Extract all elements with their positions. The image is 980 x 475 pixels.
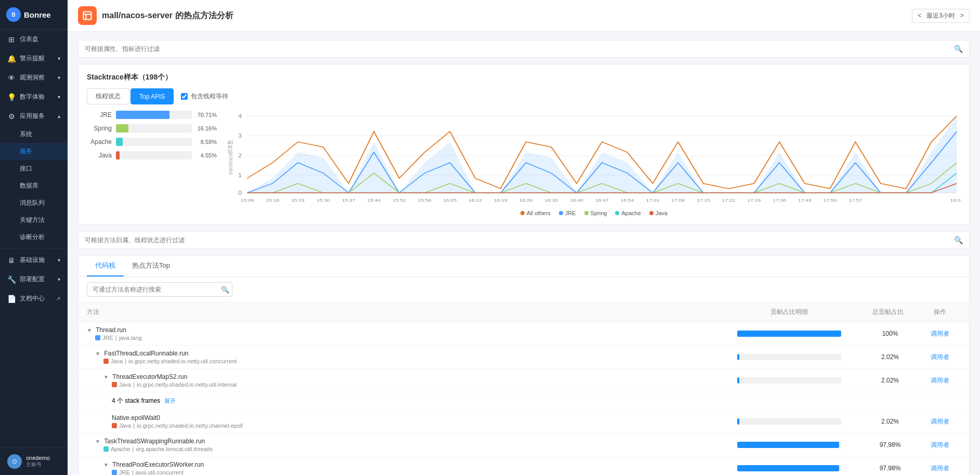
sidebar-item-observation[interactable]: 👁 观测洞察 ▾ (0, 68, 68, 87)
legend-label-java: Java (656, 210, 668, 216)
method-filter-bar[interactable]: 🔍 (78, 231, 970, 249)
avatar: O (7, 454, 22, 469)
pkg-label: JRE (102, 335, 113, 341)
method-name: Thread.run (96, 326, 126, 334)
sidebar-item-label: 系统 (20, 130, 32, 138)
sidebar-item-deploy[interactable]: 🔧 部署配置 ▾ (0, 270, 68, 289)
action-link[interactable]: 调用者 (931, 418, 949, 425)
action-link[interactable]: 调用者 (931, 465, 949, 472)
prev-icon[interactable]: < (918, 12, 921, 19)
sidebar-item-alerts[interactable]: 🔔 警示提醒 ▾ (0, 49, 68, 68)
user-info: onedemo 主账号 (26, 455, 50, 468)
filter-input[interactable] (85, 45, 950, 52)
sidebar-item-label: 应用服务 (20, 112, 45, 121)
sidebar: B Bonree ⊞ 仪表盘 🔔 警示提醒 ▾ 👁 观测洞察 ▾ 💡 数字体验 … (0, 0, 68, 475)
row-main-content: ▼ FastThreadLocalRunnable.run Java | io.… (87, 350, 961, 364)
row-action-col[interactable]: 调用者 (919, 376, 961, 385)
bar-pct-spring: 16.16% (196, 125, 217, 131)
sidebar-item-dashboard[interactable]: ⊞ 仪表盘 (0, 30, 68, 49)
pkg-path: io.grpc.netty.shaded.io.netty.util.concu… (128, 358, 237, 364)
progress-bar (737, 465, 841, 471)
user-profile: O onedemo 主账号 (0, 447, 68, 475)
tab-code-stack[interactable]: 代码栈 (87, 256, 124, 276)
row-action-col[interactable]: 调用者 (919, 329, 961, 338)
row-action-col[interactable]: 调用者 (919, 464, 961, 473)
method-package: Java | io.grpc.netty.shaded.io.netty.uti… (87, 381, 722, 388)
action-link[interactable]: 调用者 (931, 330, 949, 337)
sidebar-item-infra[interactable]: 🖥 基础设施 ▾ (0, 250, 68, 270)
pkg-label: JRE (119, 469, 130, 475)
tab-hot-methods[interactable]: 热点方法Top (124, 256, 178, 276)
method-search-input[interactable] (87, 282, 232, 297)
expand-icon[interactable]: ▼ (103, 374, 109, 380)
table-row: ▼ Thread.run JRE | java.lang (79, 322, 969, 346)
sidebar-item-docs[interactable]: 📄 文档中心 ↗ (0, 289, 68, 308)
svg-text:stacktrace样本数: stacktrace样本数 (227, 140, 233, 175)
pkg-label: Java (111, 358, 123, 364)
expand-icon[interactable]: ▼ (95, 439, 100, 444)
include-waiting-checkbox[interactable]: 包含线程等待 (181, 88, 228, 104)
checkbox-label-text: 包含线程等待 (191, 92, 228, 101)
svg-text:16:05: 16:05 (443, 198, 457, 203)
svg-text:17:36: 17:36 (773, 198, 786, 203)
row-main-content: ▼ Thread.run JRE | java.lang (87, 326, 961, 341)
pkg-tag-java (112, 423, 117, 428)
sidebar-item-database[interactable]: 数据库 (0, 177, 68, 194)
content-area: 🔍 Stacktrace样本（198个） 线程状态 Top APIS 包含线程等… (68, 32, 980, 475)
progress-bar (737, 331, 841, 337)
row-main-content: ▼ ThreadExecutorMapS2.run Java | io.grpc… (87, 373, 961, 388)
expand-icon[interactable]: ▼ (103, 462, 109, 468)
method-search-area: 🔍 (79, 277, 969, 302)
row-detail-col (722, 377, 857, 384)
action-link[interactable]: 调用者 (931, 377, 949, 384)
tab-thread-status[interactable]: 线程状态 (87, 88, 129, 104)
sidebar-item-label: 观测洞察 (20, 73, 45, 82)
pkg-label: Java (119, 381, 131, 388)
sidebar-item-interface[interactable]: 接口 (0, 160, 68, 177)
row-action-col[interactable]: 调用者 (919, 441, 961, 450)
table-row: ▼ ThreadPoolExecutorSWorker.run JRE | ja… (79, 457, 969, 475)
pkg-tag-jre (95, 335, 100, 340)
pkg-path: org.apache.tomcat.util.threads (136, 446, 213, 452)
sidebar-item-diagnose[interactable]: 诊断分析 (0, 229, 68, 246)
row-action-col[interactable]: 调用者 (919, 417, 961, 426)
sidebar-item-label: 仪表盘 (20, 35, 38, 44)
svg-text:15:09: 15:09 (241, 198, 254, 203)
legend-dot-java (649, 211, 654, 215)
search-icon: 🔍 (954, 45, 963, 53)
chevron-down-icon: ▾ (58, 75, 60, 81)
tab-top-apis[interactable]: Top APIS (130, 88, 174, 104)
expand-icon[interactable]: ▼ (95, 351, 100, 357)
row-detail-col (722, 354, 857, 360)
svg-rect-0 (84, 12, 92, 20)
bar-pct-apache: 8.59% (196, 139, 217, 145)
dashboard-icon: ⊞ (7, 35, 16, 44)
legend-dot-jre (559, 211, 563, 215)
row-main-content: ▼ ThreadPoolExecutorSWorker.run JRE | ja… (87, 461, 961, 475)
svg-text:16:40: 16:40 (570, 198, 583, 203)
sidebar-item-service[interactable]: 服务 (0, 143, 68, 160)
row-action-col[interactable]: 调用者 (919, 353, 961, 362)
row-method-col: Native.epollWait0 Java | io.grpc.netty.s… (87, 414, 722, 429)
svg-text:17:50: 17:50 (824, 198, 837, 203)
bar-chart: JRE 70.71% Spring 16.16% (87, 111, 217, 216)
search-icon: 🔍 (954, 236, 963, 244)
svg-text:16:12: 16:12 (468, 198, 482, 203)
sidebar-item-system[interactable]: 系统 (0, 126, 68, 143)
legend-dot-spring (584, 211, 589, 215)
action-link[interactable]: 调用者 (931, 353, 949, 361)
sidebar-item-key-method[interactable]: 关键方法 (0, 212, 68, 229)
top-filter-bar[interactable]: 🔍 (78, 40, 970, 58)
sidebar-item-digital[interactable]: 💡 数字体验 ▾ (0, 87, 68, 107)
method-tab-bar: 代码栈 热点方法Top (79, 256, 969, 277)
row-total-col: 2.02% (857, 418, 919, 425)
sidebar-item-app-service[interactable]: ⚙ 应用服务 ▴ (0, 107, 68, 126)
time-range-selector[interactable]: < 最近3小时 > (912, 9, 970, 23)
next-icon[interactable]: > (960, 12, 964, 19)
svg-text:0: 0 (238, 190, 242, 195)
method-filter-input[interactable] (85, 236, 950, 244)
expand-icon[interactable]: ▼ (87, 327, 92, 333)
expand-frames-button[interactable]: 展开 (164, 398, 176, 404)
action-link[interactable]: 调用者 (931, 441, 949, 448)
sidebar-item-mq[interactable]: 消息队列 (0, 194, 68, 212)
